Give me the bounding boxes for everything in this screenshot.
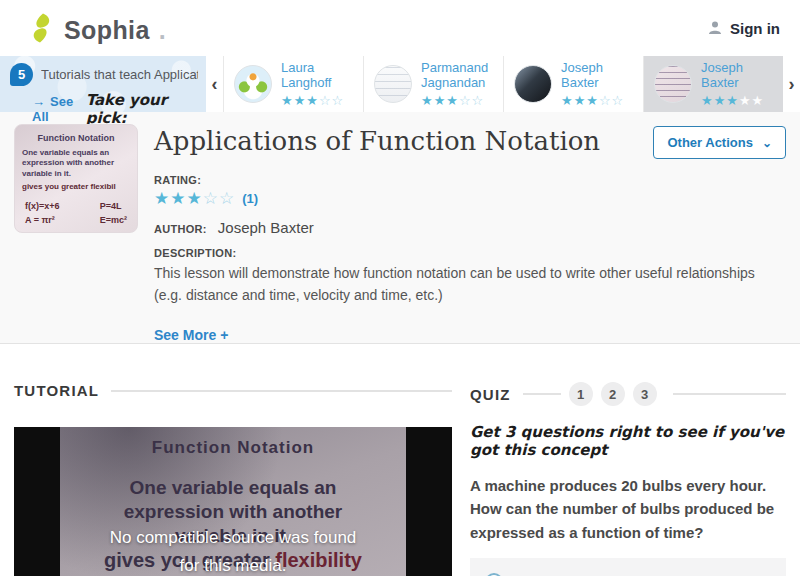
quiz-step-1: 1 (569, 382, 593, 406)
lesson-info-section: Function Notation One variable equals an… (0, 112, 800, 344)
lesson-thumbnail: Function Notation One variable equals an… (14, 124, 138, 233)
content-columns: TUTORIAL Function Notation One variable … (0, 344, 800, 576)
brand-dot: . (159, 18, 166, 43)
star-rating: ★★★★★ (701, 94, 779, 107)
author-label: AUTHOR: (154, 223, 207, 235)
see-more-link[interactable]: See More + (154, 327, 228, 343)
sophia-logo[interactable]: Sophia . (28, 13, 166, 43)
divider (111, 390, 452, 392)
brand-name: Sophia (64, 18, 150, 43)
description-text: This lesson will demonstrate how functio… (154, 263, 786, 306)
tutorial-column: TUTORIAL Function Notation One variable … (14, 344, 452, 576)
avatar (234, 65, 272, 103)
rating-label: RATING: (154, 174, 786, 186)
user-icon (707, 20, 723, 36)
top-bar: Sophia . Sign in (0, 0, 800, 56)
tutorial-count-badge: 5 (10, 63, 33, 86)
video-error-message: No compatible source was found for this … (14, 524, 452, 576)
divider (523, 393, 561, 395)
stars-filled: ★★★ (154, 188, 203, 209)
stars-empty: ☆☆ (203, 188, 235, 209)
author-name: Parmanand Jagnandan (421, 61, 499, 91)
sign-in-label: Sign in (730, 20, 780, 37)
author-name: Laura Langhoff (281, 61, 359, 91)
description-label: DESCRIPTION: (154, 247, 786, 259)
thumbnail-text: gives you greater flexibil (15, 182, 137, 192)
page-title: Applications of Function Notation (154, 126, 600, 156)
quiz-question: A machine produces 20 bulbs every hour. … (470, 474, 786, 544)
quiz-heading: QUIZ (470, 386, 511, 403)
thumbnail-text: One variable equals an expression with a… (15, 148, 137, 179)
chevron-down-icon: ⌄ (762, 136, 772, 150)
star-rating: ★★★☆☆ (281, 94, 359, 107)
avatar (654, 65, 692, 103)
see-all-link[interactable]: →See All (32, 94, 86, 124)
author-card-laura-langhoff[interactable]: Laura Langhoff ★★★☆☆ (223, 56, 363, 112)
author-name: Joseph Baxter (701, 61, 779, 91)
quiz-option-1[interactable]: n(t) = t (470, 558, 786, 576)
carousel-promo-panel: 5 Tutorials that teach Applications →See… (0, 56, 206, 112)
thumbnail-title: Function Notation (15, 133, 137, 143)
thumbnail-formulas: f(x)=x+6A = πr² P=4LE=mc² (15, 193, 137, 228)
lesson-star-rating: ★★★ ☆☆ (1) (154, 188, 786, 209)
carousel-next-button[interactable]: › (783, 56, 800, 112)
author-name: Joseph Baxter (561, 61, 639, 91)
divider (673, 393, 786, 395)
author-cards: Laura Langhoff ★★★☆☆ Parmanand Jagnandan… (223, 56, 783, 112)
sign-in-button[interactable]: Sign in (707, 20, 780, 37)
quiz-tagline: Get 3 questions right to see if you've g… (470, 423, 786, 459)
tutorial-video-player[interactable]: Function Notation One variable equals an… (14, 427, 452, 576)
video-board-text: One variable equals an (60, 477, 406, 499)
author-card-joseph-baxter-1[interactable]: Joseph Baxter ★★★☆☆ (503, 56, 643, 112)
avatar (374, 65, 412, 103)
quiz-step-2: 2 (601, 382, 625, 406)
author-card-parmanand-jagnandan[interactable]: Parmanand Jagnandan ★★★☆☆ (363, 56, 503, 112)
video-board-title: Function Notation (60, 438, 406, 458)
chevron-right-icon: › (789, 74, 795, 95)
rating-count-link[interactable]: (1) (242, 191, 258, 206)
arrow-right-icon: → (32, 94, 45, 109)
quiz-column: QUIZ 1 2 3 Get 3 questions right to see … (470, 344, 786, 576)
other-actions-button[interactable]: Other Actions ⌄ (653, 126, 786, 159)
avatar (514, 65, 552, 103)
author-card-joseph-baxter-2-selected[interactable]: Joseph Baxter ★★★★★ (643, 56, 783, 112)
carousel-heading: Tutorials that teach Applications (41, 67, 198, 82)
take-your-pick-text: Take your pick: (86, 91, 198, 127)
star-rating: ★★★☆☆ (561, 94, 639, 107)
tutorial-heading: TUTORIAL (14, 382, 99, 399)
author-name: Joseph Baxter (218, 219, 314, 236)
tutorials-carousel: 5 Tutorials that teach Applications →See… (0, 56, 800, 112)
sophia-leaf-icon (28, 13, 55, 43)
chevron-left-icon: ‹ (212, 74, 218, 95)
carousel-prev-button[interactable]: ‹ (206, 56, 223, 112)
quiz-step-3: 3 (633, 382, 657, 406)
star-rating: ★★★☆☆ (421, 94, 499, 107)
video-board-text: expression with another (60, 501, 406, 523)
